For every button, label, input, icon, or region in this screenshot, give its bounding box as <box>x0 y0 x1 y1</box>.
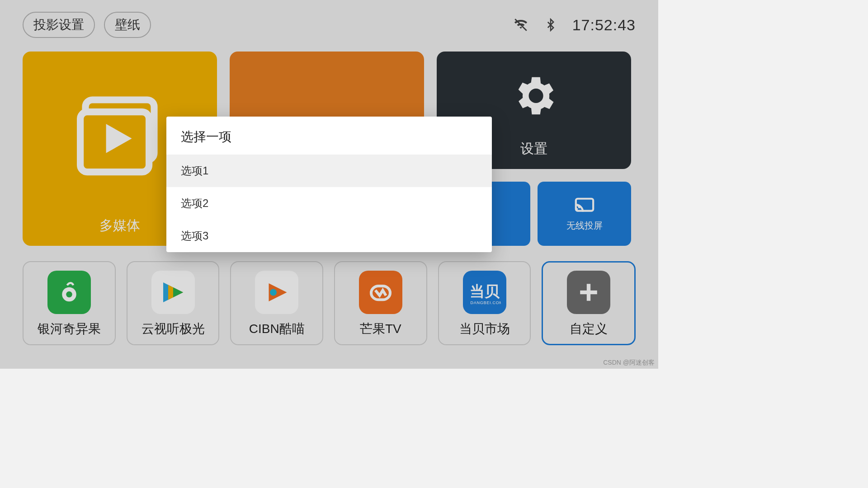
modal-overlay[interactable]: 选择一项 选项1 选项2 选项3 <box>0 0 658 369</box>
dialog-option-3[interactable]: 选项3 <box>166 220 492 252</box>
dialog-option-2[interactable]: 选项2 <box>166 187 492 220</box>
dialog-title: 选择一项 <box>166 117 492 155</box>
select-dialog: 选择一项 选项1 选项2 选项3 <box>166 117 492 252</box>
dialog-option-1[interactable]: 选项1 <box>166 155 492 187</box>
watermark-text: CSDN @阿迷创客 <box>603 359 655 367</box>
